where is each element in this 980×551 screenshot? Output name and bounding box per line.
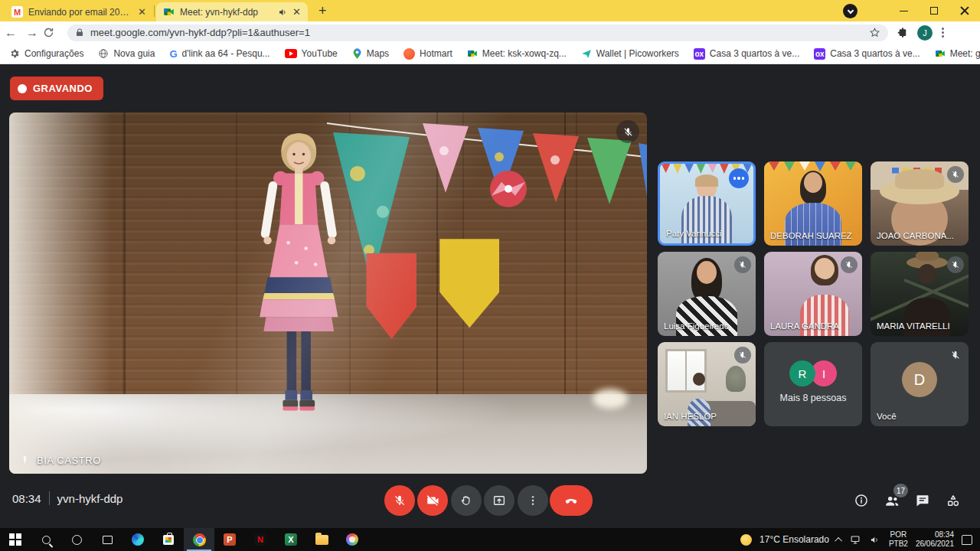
bookmark-configuracoes[interactable]: Configurações: [9, 48, 83, 59]
taskbar-chrome[interactable]: [184, 528, 214, 551]
bookmark-casa-1[interactable]: ox Casa 3 quartos à ve...: [694, 48, 799, 60]
language-indicator[interactable]: PORPTB2: [889, 530, 908, 549]
taskbar-tray: 17°C Ensolarado PORPTB2 08:3426/06/2021: [740, 530, 980, 549]
volume-icon[interactable]: [870, 535, 881, 545]
minimize-icon: [900, 11, 908, 11]
bookmark-youtube[interactable]: YouTube: [285, 48, 338, 59]
windows-logo-icon: [9, 533, 21, 546]
close-icon: [960, 6, 969, 15]
meeting-details-button[interactable]: [852, 491, 871, 510]
tab-title: Enviando por email 2021 - BH - C: [28, 7, 132, 18]
clock[interactable]: 08:3426/06/2021: [916, 530, 954, 549]
tab-title: Meet: yvn-hykf-ddp: [180, 7, 273, 18]
bookmark-hotmart[interactable]: Hotmart: [403, 48, 452, 60]
bookmark-star-icon[interactable]: [869, 27, 880, 38]
task-view-button[interactable]: [92, 528, 122, 551]
chrome-icon: [193, 533, 206, 546]
bookmark-dlink[interactable]: G d'link aa 64 - Pesqu...: [169, 48, 270, 60]
tile-deborah-suarez[interactable]: DEBORAH SUAREZ: [764, 161, 862, 246]
taskbar-powerpoint[interactable]: P: [214, 528, 245, 551]
gmail-icon: M: [11, 6, 23, 18]
taskbar-paint3d[interactable]: [337, 528, 368, 551]
tile-paty-vannucci[interactable]: Paty Vannucci: [658, 161, 756, 246]
window-controls: [888, 0, 980, 21]
tab-meet[interactable]: Meet: yvn-hykf-ddp ✕: [156, 2, 308, 21]
leave-call-button[interactable]: [550, 485, 593, 516]
cortana-button[interactable]: [61, 528, 92, 551]
chat-button[interactable]: [913, 491, 932, 510]
mic-toggle-button[interactable]: [384, 485, 415, 516]
tile-laura-gandra[interactable]: LAURA GANDRA: [764, 252, 862, 336]
url-text: meet.google.com/yvn-hykf-ddp?pli=1&authu…: [90, 27, 863, 38]
light-blob: [593, 389, 628, 409]
minimize-button[interactable]: [888, 0, 919, 21]
tile-you[interactable]: D Você: [871, 342, 969, 426]
browser-menu-button[interactable]: [942, 28, 944, 37]
taskbar-file-explorer[interactable]: [306, 528, 337, 551]
mic-muted-indicator: [947, 347, 964, 364]
main-video-name-label: BIA CASTRO: [20, 455, 101, 466]
gear-icon: [9, 48, 20, 59]
tile-options-button[interactable]: [729, 168, 749, 188]
bookmark-casa-2[interactable]: ox Casa 3 quartos à ve...: [814, 48, 920, 60]
extensions-icon[interactable]: [896, 27, 908, 39]
meeting-code: yvn-hykf-ddp: [57, 492, 123, 505]
new-tab-button[interactable]: +: [318, 3, 327, 19]
paint-palette-icon: [346, 533, 358, 546]
tab-close-icon[interactable]: ✕: [292, 7, 301, 17]
taskbar-netflix[interactable]: N: [245, 528, 276, 551]
back-button[interactable]: ←: [0, 26, 21, 40]
network-icon[interactable]: [850, 535, 862, 545]
meeting-info: 08:34 yvn-hykf-ddp: [12, 491, 122, 505]
recording-dot-icon: [18, 84, 27, 93]
tile-ian-heslop[interactable]: IAN HESLOP: [658, 342, 756, 426]
powerpoint-icon: P: [224, 533, 236, 546]
tile-joao-carbona[interactable]: JOAO CARBONA...: [871, 161, 969, 246]
tab-gmail[interactable]: M Enviando por email 2021 - BH - C ✕: [5, 2, 153, 21]
main-video-bia-castro[interactable]: BIA CASTRO: [9, 112, 647, 474]
mic-muted-indicator: [947, 256, 964, 273]
taskbar-search-button[interactable]: [31, 528, 61, 551]
google-icon: G: [169, 48, 177, 60]
tab-close-icon[interactable]: ✕: [138, 7, 146, 17]
more-options-button[interactable]: [518, 485, 548, 516]
forward-button[interactable]: →: [21, 26, 43, 40]
avatar: D: [902, 362, 937, 397]
maximize-button[interactable]: [919, 0, 949, 21]
profile-avatar[interactable]: J: [917, 25, 933, 41]
start-button[interactable]: [0, 528, 31, 551]
olx-icon: ox: [694, 48, 705, 60]
bookmark-meet-gau[interactable]: Meet: gau-snde-kqt: [935, 48, 980, 59]
taskbar-excel[interactable]: X: [276, 528, 306, 551]
tile-maria-vitarelli[interactable]: MARIA VITARELLI: [871, 252, 969, 336]
divider: [49, 491, 50, 505]
bookmark-meet-ksk[interactable]: Meet: ksk-xowq-zq...: [467, 48, 567, 59]
globe-icon: [98, 48, 109, 59]
mic-muted-indicator: [947, 166, 964, 183]
media-hub-button[interactable]: [843, 4, 858, 18]
tray-expand-icon[interactable]: [835, 536, 842, 544]
reload-button[interactable]: [43, 27, 64, 38]
maximize-icon: [930, 7, 938, 15]
close-button[interactable]: [949, 0, 980, 21]
recording-badge: GRAVANDO: [10, 77, 103, 100]
weather-widget[interactable]: 17°C Ensolarado: [760, 534, 829, 545]
bookmark-wallet[interactable]: Wallet | Picoworkers: [581, 48, 679, 59]
toolbar-right: J: [896, 25, 944, 41]
participants-button[interactable]: 17: [883, 491, 901, 510]
tile-luisa-figueiredo[interactable]: Luisa Figueiredo: [658, 252, 756, 336]
activities-button[interactable]: [944, 491, 962, 510]
taskbar-store[interactable]: [153, 528, 184, 551]
bookmark-maps[interactable]: Maps: [352, 48, 389, 60]
camera-toggle-button[interactable]: [417, 485, 448, 516]
cortana-icon: [72, 535, 82, 545]
tile-more-participants[interactable]: R I Mais 8 pessoas: [764, 342, 862, 426]
taskbar-edge[interactable]: [122, 528, 153, 551]
tab-audio-icon[interactable]: [278, 8, 287, 17]
present-screen-button[interactable]: [484, 485, 514, 516]
action-center-icon[interactable]: [962, 535, 972, 545]
tab-strip: M Enviando por email 2021 - BH - C ✕ Mee…: [0, 0, 980, 21]
address-bar[interactable]: meet.google.com/yvn-hykf-ddp?pli=1&authu…: [67, 24, 888, 41]
raise-hand-button[interactable]: [451, 485, 482, 516]
bookmark-nova-guia[interactable]: Nova guia: [98, 48, 155, 59]
